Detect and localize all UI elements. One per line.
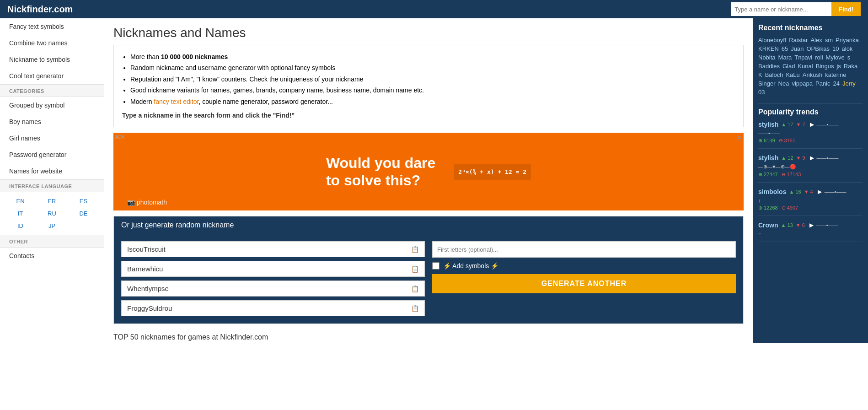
nickname-item-2: Whentlympse📋 xyxy=(121,281,425,297)
recent-link-3[interactable]: sm xyxy=(825,37,833,43)
interface-language-header: INTERFACE LANGUAGE xyxy=(0,179,104,192)
copy-icon-2[interactable]: 📋 xyxy=(411,285,419,292)
lang-ru[interactable]: RU xyxy=(37,208,67,219)
trend-count-2: ——•—— xyxy=(825,189,847,194)
recent-link-14[interactable]: roll xyxy=(815,54,823,61)
generate-button[interactable]: GENERATE ANOTHER xyxy=(432,274,736,293)
site-logo[interactable]: Nickfinder.com xyxy=(7,4,73,15)
recent-link-16[interactable]: s xyxy=(847,54,851,61)
recent-link-29[interactable]: Nea xyxy=(778,80,789,87)
first-letters-input[interactable] xyxy=(432,241,736,258)
sidebar-item-boy-names[interactable]: Boy names xyxy=(0,113,104,130)
lang-jp[interactable]: JP xyxy=(37,221,67,231)
trend-name-3[interactable]: Crown xyxy=(758,221,778,229)
lang-de[interactable]: DE xyxy=(69,208,98,219)
trend-down-0: ▼ 7 xyxy=(796,122,805,127)
copy-icon-1[interactable]: 📋 xyxy=(411,265,419,273)
recent-link-10[interactable]: alok xyxy=(842,45,853,52)
recent-link-9[interactable]: 10 xyxy=(832,45,839,52)
recent-link-32[interactable]: 24 xyxy=(833,80,840,87)
lang-fr[interactable]: FR xyxy=(37,196,67,206)
recent-link-15[interactable]: Mylove xyxy=(826,54,845,61)
sidebar: Fancy text symbolsCombine two namesNickn… xyxy=(0,18,104,410)
info-item-5: Modern fancy text editor, couple name ge… xyxy=(130,97,735,107)
info-item-4: Good nickname variants for names, games,… xyxy=(130,85,735,95)
trend-play-2[interactable]: ▶ xyxy=(818,189,822,195)
recent-link-2[interactable]: Alex xyxy=(810,37,822,43)
trend-name-1[interactable]: stylish xyxy=(758,154,778,162)
recent-link-28[interactable]: Singer xyxy=(758,80,776,87)
recent-link-31[interactable]: Panic xyxy=(815,80,830,87)
recent-link-23[interactable]: K xyxy=(758,71,762,78)
recent-link-18[interactable]: Glad xyxy=(782,63,795,70)
sidebar-item-combine-names[interactable]: Combine two names xyxy=(0,35,104,51)
recent-link-30[interactable]: vippapa xyxy=(792,80,813,87)
recent-link-8[interactable]: OPBikas xyxy=(806,45,830,52)
sidebar-item-password-gen[interactable]: Password generator xyxy=(0,146,104,163)
copy-icon-3[interactable]: 📋 xyxy=(411,305,419,312)
find-button[interactable]: Find! xyxy=(831,2,861,16)
recent-link-20[interactable]: Bingus xyxy=(816,63,834,70)
add-symbols-checkbox[interactable] xyxy=(432,262,439,270)
trend-item-1: stylish ▲ 12 ▼ 9 ▶ ——•—— —⊕—♥—⊕—🔴 ⊕ 2744… xyxy=(758,154,863,182)
search-input[interactable] xyxy=(731,2,831,16)
recent-link-12[interactable]: Mara xyxy=(778,54,792,61)
recent-link-17[interactable]: Baddies xyxy=(758,63,780,70)
recent-link-4[interactable]: Priyanka xyxy=(836,37,859,43)
ad-close-button[interactable]: ✕ xyxy=(737,135,742,141)
sidebar-other-links: Contacts xyxy=(0,248,104,264)
recent-link-7[interactable]: Juan xyxy=(791,45,804,52)
right-panel: Recent nicknames AloneboyffRaistarAlexsm… xyxy=(753,18,868,343)
trend-play-1[interactable]: ▶ xyxy=(810,155,814,161)
info-item-3: Reputation and "I Am", "I know" counters… xyxy=(130,74,735,84)
recent-link-1[interactable]: Raistar xyxy=(789,37,808,43)
recent-link-13[interactable]: Tnpavi xyxy=(794,54,812,61)
trend-neg-1: ⊖ 17143 xyxy=(782,172,801,178)
sidebar-item-nick-to-symbols[interactable]: Nickname to symbols xyxy=(0,51,104,68)
generator-section: Or just generate random nickname IscouTr… xyxy=(113,216,744,324)
recent-link-0[interactable]: Aloneboyff xyxy=(758,37,786,43)
lang-en[interactable]: EN xyxy=(5,196,35,206)
sidebar-item-cool-text[interactable]: Cool text generator xyxy=(0,68,104,84)
recent-link-27[interactable]: katerine xyxy=(825,71,846,78)
recent-link-22[interactable]: Raka xyxy=(844,63,857,70)
trend-item-0: stylish ▲ 17 ▼ 7 ▶ ——•—— ——•—— ⊕ 6139 ⊖ … xyxy=(758,121,863,149)
trend-up-2: ▲ 16 xyxy=(789,189,801,194)
recent-link-11[interactable]: Nobita xyxy=(758,54,776,61)
fancy-text-link[interactable]: fancy text editor xyxy=(154,98,198,105)
sidebar-item-fancy-text[interactable]: Fancy text symbols xyxy=(0,18,104,35)
trend-name-2[interactable]: simbolos xyxy=(758,188,786,195)
recent-link-24[interactable]: Baloch xyxy=(765,71,783,78)
trend-text-0: ——•—— xyxy=(758,130,863,136)
trend-up-1: ▲ 12 xyxy=(781,155,793,161)
copy-icon-0[interactable]: 📋 xyxy=(411,246,419,253)
sidebar-item-grouped-symbol[interactable]: Grouped by symbol xyxy=(0,97,104,113)
recent-link-21[interactable]: js xyxy=(836,63,841,70)
sidebar-item-contacts[interactable]: Contacts xyxy=(0,248,104,264)
recent-link-6[interactable]: 65 xyxy=(782,45,788,52)
lang-es[interactable]: ES xyxy=(69,196,98,206)
symbols-row: ⚡ Add symbols ⚡ xyxy=(432,262,736,270)
trend-name-0[interactable]: stylish xyxy=(758,121,778,128)
recent-link-19[interactable]: Kunal xyxy=(798,63,813,70)
trend-text-1: —⊕—♥—⊕—🔴 xyxy=(758,163,863,170)
recent-link-26[interactable]: Ankush xyxy=(803,71,822,78)
sidebar-item-names-website[interactable]: Names for website xyxy=(0,163,104,179)
trend-up-3: ▲ 13 xyxy=(781,222,793,228)
lang-id[interactable]: ID xyxy=(5,221,35,231)
trend-play-3[interactable]: ▶ xyxy=(809,222,814,228)
generator-body: IscouTriscuit📋Barnewhicu📋Whentlympse📋Fro… xyxy=(114,234,743,324)
nickname-list: IscouTriscuit📋Barnewhicu📋Whentlympse📋Fro… xyxy=(121,241,425,316)
recent-link-34[interactable]: 03 xyxy=(758,89,765,96)
trends-list: stylish ▲ 17 ▼ 7 ▶ ——•—— ——•—— ⊕ 6139 ⊖ … xyxy=(758,121,863,242)
lang-it[interactable]: IT xyxy=(5,208,35,219)
trend-pos-2: ⊕ 12268 xyxy=(758,205,778,211)
recent-link-25[interactable]: KaLu xyxy=(786,71,799,78)
trend-play-0[interactable]: ▶ xyxy=(810,121,814,128)
recent-link-33[interactable]: Jerry xyxy=(842,80,856,87)
other-header: OTHER xyxy=(0,235,104,248)
sidebar-item-girl-names[interactable]: Girl names xyxy=(0,130,104,146)
recent-link-5[interactable]: KRKEN xyxy=(758,45,779,52)
trend-neg-0: ⊖ 3151 xyxy=(779,138,796,144)
info-list: More than 10 000 000 nicknames Random ni… xyxy=(130,52,735,107)
